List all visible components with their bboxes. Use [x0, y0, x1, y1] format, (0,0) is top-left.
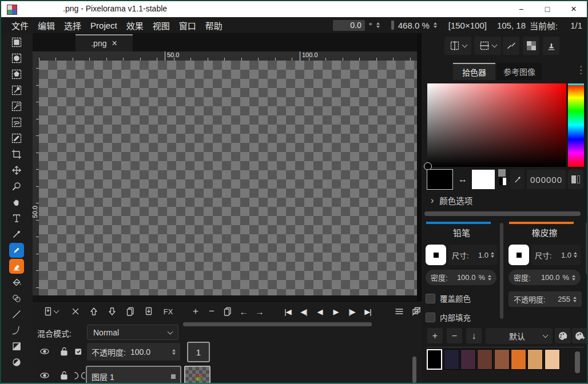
eraser-brush-button[interactable]	[508, 245, 529, 265]
pencil-brush-button[interactable]	[426, 245, 446, 265]
color-mode-button[interactable]	[568, 170, 583, 189]
layer1-lock-button[interactable]	[58, 369, 70, 384]
menu-view[interactable]: 视图	[148, 19, 174, 31]
prev-frame-button[interactable]: ◀|	[296, 304, 311, 319]
minimize-button[interactable]: −	[508, 1, 534, 17]
tool-zoom[interactable]	[9, 179, 24, 194]
palette-select[interactable]: 默认	[486, 328, 553, 344]
opacity-spinner[interactable]	[573, 297, 577, 302]
palette-vscrollbar[interactable]	[575, 351, 580, 373]
eraser-opacity-input[interactable]: 不透明度: 255	[508, 291, 582, 307]
eraser-size-input[interactable]: 尺寸: 1.0	[531, 245, 581, 265]
remove-frame-button[interactable]: −	[204, 304, 219, 319]
frame-header-1[interactable]: 1	[187, 342, 210, 362]
pixel-perfect-button[interactable]	[503, 37, 519, 55]
horizontal-ruler[interactable]: 50.0 100.0	[33, 51, 417, 61]
size-spinner[interactable]	[491, 252, 494, 258]
tool-rectangle[interactable]	[9, 339, 24, 354]
menu-effects[interactable]: 效果	[122, 19, 148, 31]
overwrite-color-checkbox[interactable]: 覆盖颜色	[426, 293, 471, 304]
cel-thumbnail[interactable]	[184, 366, 210, 384]
link-cels-button[interactable]	[73, 345, 85, 360]
symmetry-y-button[interactable]	[474, 37, 501, 55]
layer1-visibility-button[interactable]	[38, 369, 51, 384]
tool-shading[interactable]	[9, 291, 24, 306]
panel-menu-button[interactable]: ⋮	[576, 64, 586, 76]
pencil-size-input[interactable]: 尺寸: 1.0	[448, 245, 498, 265]
default-colors-reset[interactable]	[499, 178, 506, 185]
tool-text[interactable]	[9, 211, 24, 226]
tool-line[interactable]	[9, 307, 24, 322]
palette-new-button[interactable]	[572, 328, 588, 343]
right-color-swatch[interactable]	[472, 170, 495, 189]
panel-edge-scrollbar[interactable]	[586, 223, 588, 274]
clone-layer-button[interactable]	[123, 304, 138, 319]
delete-layer-button[interactable]	[68, 304, 83, 319]
opacity-spinner[interactable]	[172, 349, 176, 355]
hue-cursor[interactable]	[568, 83, 584, 85]
palette-swatch-3[interactable]	[477, 349, 492, 370]
default-colors-top[interactable]	[498, 169, 506, 177]
saturation-value-square[interactable]	[427, 83, 566, 167]
tool-color-picker[interactable]	[9, 227, 24, 242]
project-tab[interactable]: .png ×	[76, 34, 133, 51]
maximize-button[interactable]: □	[534, 1, 561, 17]
alpha-lock-button[interactable]	[523, 37, 539, 55]
vertical-ruler[interactable]: 50.0	[33, 61, 39, 295]
stamp-button[interactable]	[543, 37, 559, 55]
move-layer-up-button[interactable]	[86, 304, 101, 319]
panel-hscrollbar[interactable]	[424, 211, 581, 216]
move-layer-down-button[interactable]	[105, 304, 120, 319]
zoom-value[interactable]: 468.0 %	[398, 21, 430, 30]
play-button[interactable]: ▶	[328, 304, 343, 319]
tool-paint-select[interactable]	[9, 131, 24, 146]
fx-button[interactable]: FX	[161, 304, 176, 319]
palette-swatch-2[interactable]	[460, 349, 476, 370]
pencil-density-input[interactable]: 密度: 100.0 %	[426, 270, 496, 285]
hex-color-input[interactable]: 000000	[527, 170, 566, 189]
palette-swatch-5[interactable]	[511, 349, 526, 370]
fill-inside-checkbox[interactable]: 内部填充	[426, 311, 471, 323]
tab-color-picker[interactable]: 拾色器	[453, 63, 495, 80]
tool-ellipse-select[interactable]	[9, 51, 24, 66]
tab-reference-images[interactable]: 参考图像	[496, 63, 542, 80]
tool-ellipse[interactable]	[9, 355, 24, 370]
add-layer-button[interactable]	[37, 304, 63, 319]
palette-remove-color-button[interactable]: −	[447, 328, 462, 343]
drawing-canvas[interactable]	[39, 61, 417, 295]
palette-sort-button[interactable]: ↓	[466, 328, 482, 343]
rotation-spinner[interactable]	[376, 22, 380, 28]
menu-window[interactable]: 窗口	[174, 19, 201, 31]
symmetry-x-button[interactable]	[444, 37, 471, 55]
color-options-expander[interactable]: › 颜色选项	[431, 194, 472, 206]
tool-curve[interactable]	[9, 323, 24, 338]
tool-eraser[interactable]	[9, 259, 24, 274]
tool-move[interactable]	[9, 163, 24, 178]
palette-add-color-button[interactable]: +	[427, 328, 443, 343]
palette-edit-button[interactable]	[555, 328, 571, 343]
layer-opacity-input[interactable]: 不透明度: 100.0	[87, 343, 180, 361]
menu-file[interactable]: 文件	[7, 19, 33, 31]
layer-lock-button[interactable]	[58, 345, 70, 360]
merge-down-button[interactable]	[141, 304, 156, 319]
timeline-vscrollbar[interactable]	[412, 357, 416, 383]
layer1-extra-button-1[interactable]	[73, 370, 80, 383]
hue-slider[interactable]	[568, 83, 584, 167]
tool-pencil[interactable]	[9, 243, 24, 258]
tool-pan[interactable]	[9, 195, 24, 210]
move-frame-right-button[interactable]: →	[252, 304, 267, 319]
add-frame-button[interactable]: +	[188, 304, 203, 319]
play-backwards-button[interactable]: ◀	[312, 304, 327, 319]
move-frame-left-button[interactable]: ←	[236, 304, 251, 319]
tab-close-icon[interactable]: ×	[112, 39, 117, 48]
tool-bucket[interactable]	[9, 275, 24, 290]
zoom-drag-handle[interactable]	[391, 21, 394, 30]
palette-swatch-0[interactable]	[427, 349, 442, 370]
tool-rectangle-select[interactable]	[9, 35, 24, 50]
layer-name-field[interactable]: 图层 1	[86, 366, 181, 384]
menu-select[interactable]: 选择	[59, 19, 86, 31]
next-frame-button[interactable]: |▶	[344, 304, 359, 319]
clone-frame-button[interactable]	[220, 304, 235, 319]
layer-visibility-button[interactable]	[38, 345, 51, 360]
palette-swatch-6[interactable]	[527, 349, 543, 370]
